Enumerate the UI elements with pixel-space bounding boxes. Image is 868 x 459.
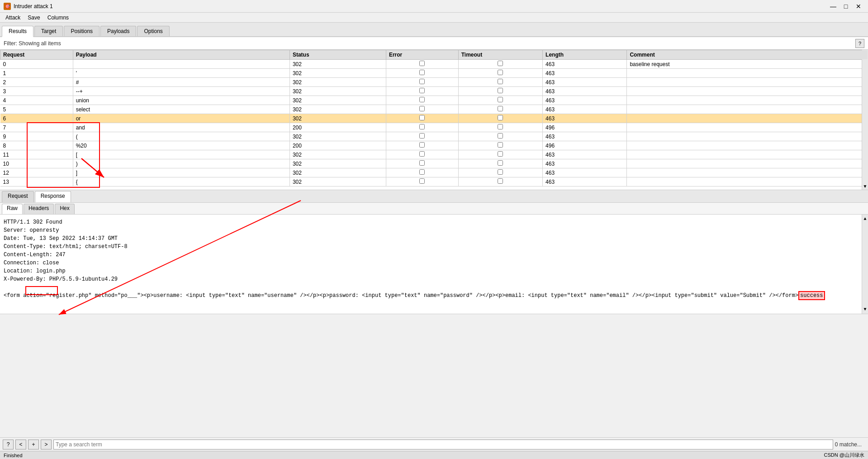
response-line-1: HTTP/1.1 302 Found bbox=[4, 218, 864, 226]
cell-status: 302 bbox=[289, 114, 386, 123]
cell-timeout[interactable] bbox=[458, 96, 542, 105]
cell-request: 5 bbox=[0, 105, 73, 114]
cell-error[interactable] bbox=[386, 132, 458, 141]
cell-length: 463 bbox=[543, 114, 627, 123]
cell-timeout[interactable] bbox=[458, 78, 542, 87]
cell-error[interactable] bbox=[386, 87, 458, 96]
sub-tab-headers[interactable]: Headers bbox=[24, 204, 54, 214]
table-row[interactable]: 5 select 302 463 bbox=[0, 105, 868, 114]
table-row[interactable]: 6 or 302 463 bbox=[0, 114, 868, 123]
cell-timeout[interactable] bbox=[458, 177, 542, 186]
main-tab-bar: Results Target Positions Payloads Option… bbox=[0, 23, 868, 37]
maximize-button[interactable]: □ bbox=[840, 1, 852, 11]
table-row[interactable]: 3 --+ 302 463 bbox=[0, 87, 868, 96]
table-row[interactable]: 13 { 302 463 bbox=[0, 177, 868, 186]
cell-timeout[interactable] bbox=[458, 132, 542, 141]
cell-status: 302 bbox=[289, 87, 386, 96]
add-button[interactable]: + bbox=[28, 440, 39, 449]
next-button[interactable]: > bbox=[41, 440, 52, 449]
cell-payload: ] bbox=[73, 168, 289, 177]
cell-request: 12 bbox=[0, 168, 73, 177]
sub-tab-hex[interactable]: Hex bbox=[55, 204, 74, 214]
cell-timeout[interactable] bbox=[458, 105, 542, 114]
bottom-toolbar: ? < + > 0 matche... bbox=[0, 437, 868, 451]
table-row[interactable]: 10 ) 302 463 bbox=[0, 159, 868, 168]
menu-columns[interactable]: Columns bbox=[44, 14, 72, 22]
cell-payload: [ bbox=[73, 150, 289, 159]
cell-length: 463 bbox=[543, 159, 627, 168]
table-row[interactable]: 2 # 302 463 bbox=[0, 78, 868, 87]
cell-error[interactable] bbox=[386, 60, 458, 69]
tab-payloads[interactable]: Payloads bbox=[100, 26, 136, 36]
cell-timeout[interactable] bbox=[458, 123, 542, 132]
table-row[interactable]: 12 ] 302 463 bbox=[0, 168, 868, 177]
menu-attack[interactable]: Attack bbox=[2, 14, 24, 22]
cell-error[interactable] bbox=[386, 69, 458, 78]
response-content: HTTP/1.1 302 Found Server: openresty Dat… bbox=[0, 215, 868, 314]
cell-timeout[interactable] bbox=[458, 60, 542, 69]
table-row[interactable]: 11 [ 302 463 bbox=[0, 150, 868, 159]
cell-status: 200 bbox=[289, 141, 386, 150]
search-input[interactable] bbox=[53, 440, 833, 449]
results-table-container: Request Payload Status Error Timeout Len… bbox=[0, 50, 868, 190]
cell-error[interactable] bbox=[386, 159, 458, 168]
response-line-7: Location: login.php bbox=[4, 267, 864, 275]
minimize-button[interactable]: — bbox=[827, 1, 839, 11]
menu-save[interactable]: Save bbox=[24, 14, 43, 22]
scroll-right-arrow[interactable]: ▲ ▼ bbox=[862, 215, 868, 314]
cell-length: 463 bbox=[543, 177, 627, 186]
panel-tab-response[interactable]: Response bbox=[35, 191, 71, 202]
tab-results[interactable]: Results bbox=[2, 26, 33, 37]
sub-tab-raw[interactable]: Raw bbox=[2, 204, 23, 214]
cell-payload: # bbox=[73, 78, 289, 87]
cell-comment bbox=[627, 168, 868, 177]
panel-tab-request[interactable]: Request bbox=[2, 191, 34, 202]
cell-length: 463 bbox=[543, 78, 627, 87]
cell-payload: ( bbox=[73, 132, 289, 141]
cell-timeout[interactable] bbox=[458, 114, 542, 123]
cell-timeout[interactable] bbox=[458, 159, 542, 168]
cell-error[interactable] bbox=[386, 177, 458, 186]
table-row[interactable]: 1 ' 302 463 bbox=[0, 69, 868, 78]
cell-error[interactable] bbox=[386, 141, 458, 150]
cell-timeout[interactable] bbox=[458, 69, 542, 78]
table-row[interactable]: 7 and 200 496 bbox=[0, 123, 868, 132]
cell-error[interactable] bbox=[386, 123, 458, 132]
tab-target[interactable]: Target bbox=[34, 26, 63, 36]
cell-error[interactable] bbox=[386, 150, 458, 159]
cell-length: 463 bbox=[543, 150, 627, 159]
table-row[interactable]: 9 ( 302 463 bbox=[0, 132, 868, 141]
cell-timeout[interactable] bbox=[458, 141, 542, 150]
prev-button[interactable]: < bbox=[15, 440, 26, 449]
cell-error[interactable] bbox=[386, 78, 458, 87]
cell-comment bbox=[627, 150, 868, 159]
scroll-down-arrow[interactable]: ▼ bbox=[862, 183, 868, 190]
cell-comment bbox=[627, 123, 868, 132]
table-row[interactable]: 8 %20 200 496 bbox=[0, 141, 868, 150]
cell-status: 302 bbox=[289, 60, 386, 69]
response-line-form: <form action="register.php" method="po__… bbox=[4, 292, 864, 300]
cell-request: 10 bbox=[0, 159, 73, 168]
cell-error[interactable] bbox=[386, 105, 458, 114]
cell-length: 463 bbox=[543, 132, 627, 141]
cell-status: 200 bbox=[289, 123, 386, 132]
title-bar: 🎯 Intruder attack 1 — □ ✕ bbox=[0, 0, 868, 13]
cell-timeout[interactable] bbox=[458, 168, 542, 177]
cell-error[interactable] bbox=[386, 96, 458, 105]
cell-error[interactable] bbox=[386, 168, 458, 177]
cell-status: 302 bbox=[289, 96, 386, 105]
cell-error[interactable] bbox=[386, 114, 458, 123]
cell-length: 463 bbox=[543, 105, 627, 114]
table-row[interactable]: 4 union 302 463 bbox=[0, 96, 868, 105]
table-row[interactable]: 0 302 463 baseline request bbox=[0, 60, 868, 69]
cell-timeout[interactable] bbox=[458, 87, 542, 96]
help-button[interactable]: ? bbox=[3, 440, 14, 449]
cell-timeout[interactable] bbox=[458, 150, 542, 159]
tab-positions[interactable]: Positions bbox=[64, 26, 100, 36]
title-bar-left: 🎯 Intruder attack 1 bbox=[4, 3, 53, 10]
cell-length: 463 bbox=[543, 168, 627, 177]
tab-options[interactable]: Options bbox=[137, 26, 169, 36]
cell-request: 2 bbox=[0, 78, 73, 87]
close-button[interactable]: ✕ bbox=[853, 1, 864, 11]
filter-help-button[interactable]: ? bbox=[855, 39, 864, 48]
